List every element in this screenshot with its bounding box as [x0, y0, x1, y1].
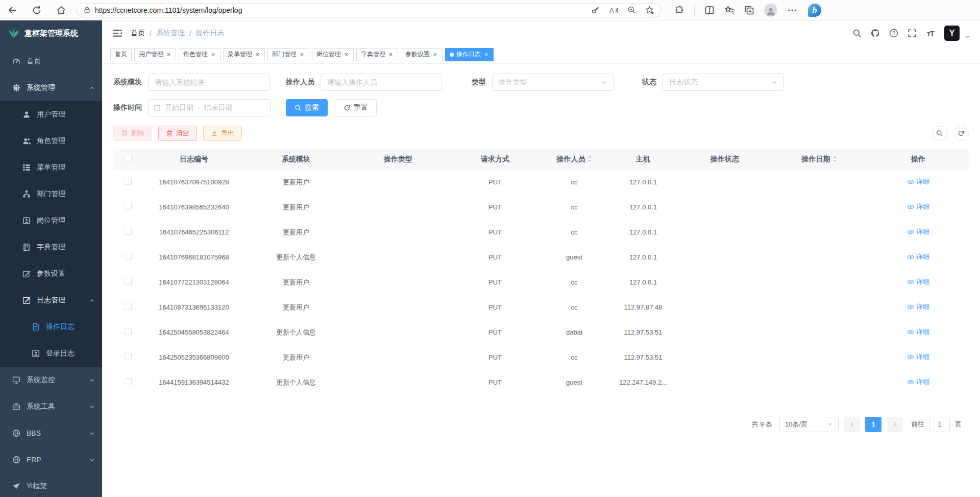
- detail-link[interactable]: 详细: [907, 302, 929, 312]
- type-select[interactable]: 操作类型: [492, 74, 614, 91]
- detail-link[interactable]: 详细: [907, 227, 929, 236]
- collections-icon[interactable]: [744, 5, 754, 15]
- sidebar-item-部门管理[interactable]: 部门管理: [0, 181, 102, 207]
- tab-角色管理[interactable]: 角色管理×: [179, 48, 220, 61]
- sidebar-item-用户管理[interactable]: 用户管理: [0, 101, 102, 128]
- row-checkbox[interactable]: [125, 353, 132, 360]
- sidebar-item-岗位管理[interactable]: 岗位管理: [0, 207, 102, 234]
- goto-page-input[interactable]: [929, 417, 950, 432]
- row-checkbox[interactable]: [125, 378, 132, 385]
- sidebar-item-日志管理[interactable]: 日志管理: [0, 287, 102, 314]
- close-icon[interactable]: ×: [255, 51, 260, 58]
- bing-icon[interactable]: b: [807, 3, 822, 18]
- operator-input[interactable]: [321, 74, 442, 91]
- tab-字典管理[interactable]: 字典管理×: [356, 48, 398, 61]
- address-bar[interactable]: https://ccnetcore.com:1101/system/log/op…: [77, 3, 661, 17]
- fontsize-icon[interactable]: тT: [926, 29, 935, 38]
- sidebar-item-字典管理[interactable]: 字典管理: [0, 234, 102, 261]
- row-checkbox[interactable]: [125, 228, 132, 235]
- row-checkbox[interactable]: [125, 278, 132, 285]
- column-header-operator[interactable]: 操作人员: [541, 149, 607, 170]
- sidebar-item-角色管理[interactable]: 角色管理: [0, 128, 102, 154]
- page-size-select[interactable]: 10条/页: [779, 417, 839, 432]
- page-number-1[interactable]: 1: [865, 417, 881, 432]
- row-checkbox[interactable]: [125, 253, 132, 260]
- detail-link[interactable]: 详细: [907, 352, 929, 362]
- more-icon[interactable]: [787, 5, 797, 15]
- tab-用户管理[interactable]: 用户管理×: [134, 48, 176, 61]
- favorite-add-icon[interactable]: [645, 5, 654, 15]
- lock-icon[interactable]: [83, 6, 91, 14]
- row-checkbox[interactable]: [125, 178, 132, 185]
- refresh-table-icon[interactable]: [953, 126, 969, 141]
- split-screen-icon[interactable]: [704, 5, 715, 15]
- module-input[interactable]: [148, 74, 270, 91]
- row-checkbox[interactable]: [125, 203, 132, 210]
- search-toggle-icon[interactable]: [932, 126, 947, 141]
- close-icon[interactable]: ×: [299, 51, 305, 58]
- date-range-picker[interactable]: 开始日期 - 结束日期: [148, 99, 271, 116]
- tab-岗位管理[interactable]: 岗位管理×: [312, 48, 354, 61]
- key-icon[interactable]: [591, 5, 600, 15]
- row-checkbox[interactable]: [125, 303, 132, 310]
- sidebar-item-登录日志[interactable]: 登录日志: [0, 340, 102, 367]
- back-icon[interactable]: [7, 5, 17, 15]
- clear-button[interactable]: 清空: [158, 126, 197, 141]
- url-text[interactable]: https://ccnetcore.com:1101/system/log/op…: [95, 6, 587, 14]
- status-select[interactable]: 日志状态: [663, 74, 784, 91]
- close-icon[interactable]: ×: [166, 51, 172, 58]
- help-icon[interactable]: ?: [889, 29, 898, 38]
- export-button[interactable]: 导出: [203, 126, 242, 141]
- prev-page-button[interactable]: [844, 417, 860, 432]
- detail-link[interactable]: 详细: [907, 177, 929, 186]
- extensions-icon[interactable]: [674, 5, 684, 15]
- favorites-bar-icon[interactable]: [724, 5, 734, 15]
- close-icon[interactable]: ×: [432, 51, 438, 58]
- detail-link[interactable]: 详细: [907, 377, 929, 387]
- home-icon[interactable]: [56, 5, 66, 15]
- sidebar-item-ERP[interactable]: ERP: [0, 446, 102, 473]
- search-icon[interactable]: [852, 29, 862, 38]
- tab-首页[interactable]: 首页: [110, 48, 132, 61]
- sidebar-item-首页[interactable]: 首页: [0, 48, 102, 75]
- fullscreen-icon[interactable]: [908, 29, 917, 38]
- sort-caret-icon[interactable]: [587, 155, 592, 162]
- collapse-sidebar-icon[interactable]: [112, 28, 122, 38]
- close-icon[interactable]: ×: [210, 51, 216, 58]
- refresh-icon[interactable]: [32, 5, 42, 15]
- sidebar-item-菜单管理[interactable]: 菜单管理: [0, 154, 102, 181]
- sidebar-item-系统管理[interactable]: 系统管理: [0, 75, 102, 101]
- app-logo[interactable]: 意框架管理系统: [0, 20, 102, 46]
- column-header-date[interactable]: 操作日期: [771, 149, 868, 170]
- sidebar-item-BBS[interactable]: BBS: [0, 420, 102, 446]
- sidebar-item-Yi框架[interactable]: Yi框架: [0, 473, 102, 497]
- select-all-checkbox[interactable]: [125, 155, 132, 162]
- breadcrumb-home[interactable]: 首页: [131, 29, 145, 38]
- tab-部门管理[interactable]: 部门管理×: [267, 48, 309, 61]
- next-page-button[interactable]: [887, 417, 903, 432]
- read-aloud-icon[interactable]: A: [609, 5, 618, 15]
- profile-avatar[interactable]: [764, 4, 777, 17]
- close-icon[interactable]: ×: [388, 51, 394, 58]
- sidebar-item-系统工具[interactable]: 系统工具: [0, 393, 102, 420]
- sort-caret-icon[interactable]: [832, 155, 837, 162]
- detail-link[interactable]: 详细: [907, 252, 929, 262]
- github-icon[interactable]: [871, 29, 880, 38]
- user-avatar[interactable]: Y: [944, 26, 960, 41]
- zoom-out-icon[interactable]: [627, 5, 636, 15]
- tab-参数设置[interactable]: 参数设置×: [401, 48, 443, 61]
- reset-button[interactable]: 重置: [335, 99, 377, 116]
- tab-操作日志[interactable]: 操作日志×: [445, 48, 494, 61]
- search-button[interactable]: 搜索: [286, 99, 328, 116]
- sidebar-item-系统监控[interactable]: 系统监控: [0, 367, 102, 393]
- detail-link[interactable]: 详细: [907, 202, 929, 211]
- close-icon[interactable]: ×: [483, 51, 489, 58]
- sidebar-item-参数设置[interactable]: 参数设置: [0, 261, 102, 287]
- row-checkbox[interactable]: [125, 328, 132, 335]
- detail-link[interactable]: 详细: [907, 277, 929, 287]
- sidebar-item-操作日志[interactable]: 操作日志: [0, 314, 102, 340]
- delete-button[interactable]: 删除: [113, 126, 152, 141]
- close-icon[interactable]: ×: [344, 51, 349, 58]
- tab-菜单管理[interactable]: 菜单管理×: [223, 48, 265, 61]
- detail-link[interactable]: 详细: [907, 327, 929, 337]
